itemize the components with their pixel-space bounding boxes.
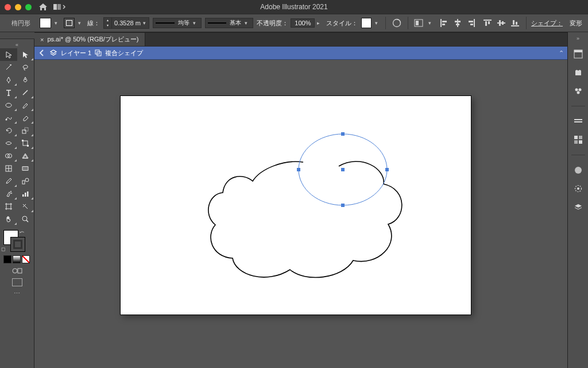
chevron-down-icon[interactable]: ▾: [55, 20, 60, 26]
color-mode-gradient[interactable]: [13, 255, 21, 263]
chevron-down-icon[interactable]: ▾: [143, 20, 149, 26]
brush-definition[interactable]: 基本 ▾: [205, 18, 254, 28]
arrange-documents-icon[interactable]: [53, 3, 66, 10]
stroke-width-stepper[interactable]: ▴▾ 0.3528 m ▾: [103, 17, 149, 29]
scale-tool[interactable]: [17, 124, 34, 137]
chevron-down-icon[interactable]: ▾: [78, 20, 84, 26]
swap-fill-stroke-icon[interactable]: ⤺: [20, 229, 24, 235]
blend-tool[interactable]: [17, 175, 34, 187]
fill-stroke-control[interactable]: ⤺ ◻: [0, 229, 34, 254]
panel-collapse-icon[interactable]: «: [0, 41, 34, 48]
stepper-down-icon[interactable]: ▾: [104, 23, 111, 28]
stroke-swatch[interactable]: [64, 18, 75, 28]
align-left-icon[interactable]: [438, 17, 450, 29]
lasso-tool[interactable]: [17, 61, 34, 74]
home-icon[interactable]: [38, 3, 48, 11]
slice-tool[interactable]: [17, 200, 34, 213]
align-right-icon[interactable]: [465, 17, 478, 29]
opacity-value[interactable]: 100%: [291, 18, 315, 28]
stroke-panel-icon[interactable]: [571, 114, 585, 128]
chevron-right-icon[interactable]: ▸: [317, 20, 323, 26]
type-tool[interactable]: [0, 86, 17, 99]
panel-expand-icon[interactable]: »: [577, 36, 579, 43]
eyedropper-tool[interactable]: [0, 175, 17, 187]
color-mode-solid[interactable]: [3, 255, 11, 263]
properties-panel-icon[interactable]: [571, 47, 585, 61]
graphic-style-swatch[interactable]: [361, 18, 372, 28]
default-fill-stroke-icon[interactable]: ◻: [1, 246, 5, 252]
center-point[interactable]: [341, 168, 345, 171]
direct-selection-tool[interactable]: [17, 48, 34, 61]
hand-tool[interactable]: [0, 213, 17, 225]
opacity-control[interactable]: 不透明度： 100% ▸: [257, 18, 323, 28]
symbol-sprayer-tool[interactable]: [0, 187, 17, 200]
shape-link[interactable]: シェイプ：: [531, 19, 563, 28]
color-panel-icon[interactable]: [571, 163, 585, 177]
fill-swatch[interactable]: [40, 18, 51, 28]
artboard-tool[interactable]: [0, 200, 17, 213]
align-bottom-icon[interactable]: [509, 17, 521, 29]
artwork[interactable]: [121, 96, 471, 315]
close-window-icon[interactable]: [5, 4, 11, 10]
chevron-down-icon[interactable]: ▾: [245, 20, 250, 26]
variable-width-profile[interactable]: 均等 ▾: [153, 18, 202, 28]
anchor-point[interactable]: [341, 204, 345, 207]
edit-toolbar-icon[interactable]: ⋯: [14, 290, 20, 297]
mesh-tool[interactable]: [0, 162, 17, 175]
shape-builder-tool[interactable]: [0, 150, 17, 162]
color-mode-none[interactable]: [22, 255, 30, 263]
gradient-tool[interactable]: [17, 162, 34, 175]
transform-label[interactable]: 変形: [570, 19, 582, 28]
back-arrow-icon[interactable]: [38, 49, 46, 57]
cloud-shape[interactable]: [208, 162, 402, 278]
minimize-window-icon[interactable]: [15, 4, 21, 10]
shaper-tool[interactable]: [0, 112, 17, 124]
rotate-tool[interactable]: [0, 124, 17, 137]
paintbrush-tool[interactable]: [17, 99, 34, 112]
close-tab-icon[interactable]: ×: [40, 36, 44, 43]
chevron-down-icon[interactable]: ▾: [193, 20, 199, 26]
object-name[interactable]: 複合シェイプ: [105, 49, 143, 57]
align-vcenter-icon[interactable]: [495, 17, 508, 29]
align-to-artboard-icon[interactable]: [413, 17, 425, 29]
stroke-width-value[interactable]: 0.3528 m: [112, 20, 143, 26]
column-graph-tool[interactable]: [17, 187, 34, 200]
eraser-tool[interactable]: [17, 112, 34, 124]
screen-mode-icon[interactable]: [12, 278, 22, 286]
magic-wand-tool[interactable]: [0, 61, 17, 74]
chevron-up-icon[interactable]: ⌃: [559, 49, 564, 57]
layer-name[interactable]: レイヤー 1: [61, 49, 91, 57]
anchor-point[interactable]: [297, 168, 300, 171]
recolor-artwork-icon[interactable]: [390, 17, 403, 29]
anchor-point[interactable]: [341, 132, 345, 136]
appearance-panel-icon[interactable]: [571, 182, 585, 195]
brushes-panel-icon[interactable]: [571, 84, 585, 98]
line-segment-tool[interactable]: [17, 86, 34, 99]
align-top-icon[interactable]: [481, 17, 494, 29]
align-hcenter-icon[interactable]: [451, 17, 464, 29]
isolation-mode-bar[interactable]: レイヤー 1 複合シェイプ ⌃: [34, 46, 567, 60]
anchor-point[interactable]: [385, 168, 389, 171]
selection-tool[interactable]: [0, 48, 17, 61]
width-tool[interactable]: [0, 137, 17, 150]
perspective-grid-tool[interactable]: [17, 150, 34, 162]
canvas-area[interactable]: [34, 60, 567, 368]
document-tab[interactable]: × ps.ai* @ 50% (RGB/プレビュー): [34, 33, 145, 46]
window-controls[interactable]: [5, 4, 32, 10]
chevron-down-icon[interactable]: ▾: [428, 20, 434, 26]
pen-tool[interactable]: [0, 74, 17, 86]
stroke-color[interactable]: [10, 237, 25, 252]
libraries-panel-icon[interactable]: [571, 66, 585, 79]
zoom-tool[interactable]: [17, 213, 34, 225]
chevron-down-icon[interactable]: ▾: [375, 20, 381, 26]
swatches-panel-icon[interactable]: [571, 133, 585, 147]
curvature-tool[interactable]: [17, 74, 34, 86]
selected-ellipse[interactable]: [297, 132, 389, 207]
free-transform-tool[interactable]: [17, 137, 34, 150]
fullscreen-window-icon[interactable]: [25, 4, 32, 10]
artboard[interactable]: [121, 96, 471, 315]
stepper-up-icon[interactable]: ▴: [104, 18, 111, 23]
ellipse-tool[interactable]: [0, 99, 17, 112]
draw-mode-icon[interactable]: [11, 267, 23, 275]
layers-panel-icon[interactable]: [571, 200, 585, 214]
